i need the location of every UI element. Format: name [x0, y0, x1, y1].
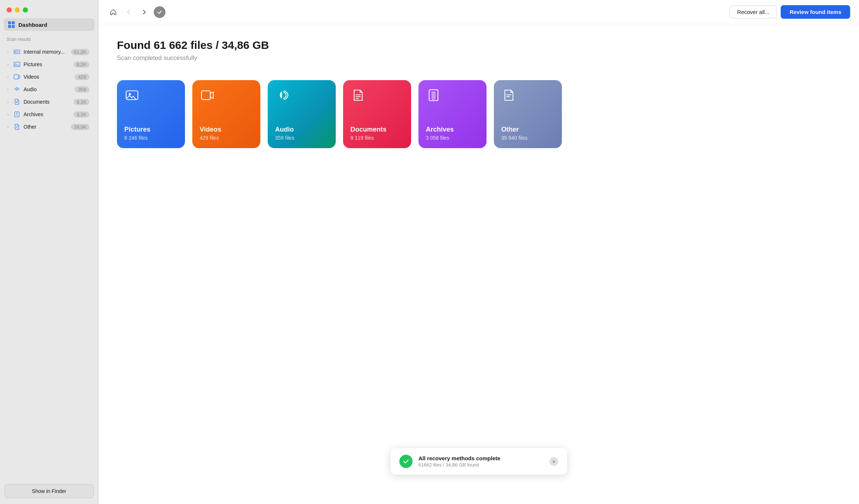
sidebar: Dashboard Scan results › Internal memory… [0, 0, 99, 504]
audio-card-icon [276, 88, 290, 106]
dashboard-button[interactable]: Dashboard [4, 18, 95, 31]
category-card-videos[interactable]: Videos 429 files [192, 80, 260, 148]
category-card-audio[interactable]: Audio 359 files [268, 80, 336, 148]
sidebar-item-videos-label: Videos [24, 74, 75, 80]
sidebar-item-audio-count: 359 [75, 86, 89, 93]
main-content: Recover all... Review found items Found … [99, 0, 859, 504]
forward-button[interactable] [138, 6, 150, 18]
toolbar: Recover all... Review found items [99, 0, 859, 24]
pictures-card-count: 8 246 files [124, 135, 178, 141]
scan-status-subtitle: Scan completed successfully [117, 54, 841, 62]
other-card-icon [502, 88, 516, 106]
sidebar-item-videos[interactable]: › Videos 429 [2, 71, 96, 83]
sidebar-item-pictures[interactable]: › Pictures 8,2K [2, 58, 96, 70]
toast-content: All recovery methods complete 61662 file… [418, 455, 543, 468]
audio-icon [13, 86, 21, 93]
sidebar-item-archives-count: 3,1K [74, 111, 89, 118]
svg-point-16 [129, 93, 131, 95]
toast-notification: All recovery methods complete 61662 file… [391, 448, 567, 475]
sidebar-item-audio-label: Audio [24, 86, 75, 92]
archives-icon [13, 111, 21, 118]
pictures-card-name: Pictures [124, 126, 178, 133]
home-button[interactable] [107, 6, 119, 18]
category-card-other[interactable]: Other 39 940 files [494, 80, 562, 148]
sidebar-item-pictures-label: Pictures [24, 61, 74, 67]
close-traffic-light[interactable] [7, 7, 12, 12]
documents-card-count: 9 119 files [350, 135, 404, 141]
sidebar-item-documents-label: Documents [24, 99, 74, 105]
check-status-icon [154, 6, 165, 18]
other-icon [13, 123, 21, 131]
sidebar-item-internal-memory[interactable]: › Internal memory... 61,2K [2, 46, 96, 58]
audio-card-count: 359 files [275, 135, 328, 141]
chevron-icon: › [7, 112, 12, 117]
category-grid: Pictures 8 246 files Videos 429 files [117, 80, 841, 148]
content-area: Found 61 662 files / 34,86 GB Scan compl… [99, 24, 859, 504]
svg-rect-6 [14, 75, 18, 79]
chevron-icon: › [7, 62, 12, 67]
chevron-icon: › [7, 87, 12, 92]
pictures-card-icon [125, 88, 139, 106]
show-in-finder-button[interactable]: Show in Finder [4, 484, 94, 498]
chevron-icon: › [7, 100, 12, 104]
audio-card-name: Audio [275, 126, 328, 133]
documents-icon [13, 98, 21, 106]
chevron-icon: › [7, 50, 12, 54]
sidebar-item-pictures-count: 8,2K [74, 61, 89, 68]
other-card-count: 39 940 files [501, 135, 555, 141]
sidebar-bottom: Show in Finder [0, 478, 98, 504]
internal-memory-icon [13, 48, 21, 56]
videos-card-name: Videos [200, 126, 253, 133]
sidebar-item-internal-memory-count: 61,2K [71, 49, 89, 55]
sidebar-item-other[interactable]: › Other 39,9K [2, 121, 96, 133]
pictures-icon [13, 61, 21, 68]
toast-close-button[interactable]: × [549, 457, 558, 466]
videos-card-icon [200, 88, 214, 106]
svg-rect-3 [18, 51, 18, 53]
svg-point-5 [15, 63, 17, 64]
sidebar-item-archives-label: Archives [24, 111, 74, 117]
sidebar-item-documents[interactable]: › Documents 9,1K [2, 96, 96, 108]
archives-card-name: Archives [426, 126, 479, 133]
chevron-icon: › [7, 75, 12, 79]
review-found-items-button[interactable]: Review found items [781, 5, 850, 19]
sidebar-item-archives[interactable]: › Archives 3,1K [2, 108, 96, 120]
toast-check-icon [399, 455, 413, 468]
svg-rect-1 [15, 51, 16, 53]
documents-card-icon [351, 88, 365, 106]
documents-card-name: Documents [350, 126, 404, 133]
sidebar-item-other-label: Other [24, 124, 71, 130]
fullscreen-traffic-light[interactable] [23, 7, 28, 12]
recover-all-button[interactable]: Recover all... [730, 6, 777, 18]
dashboard-label: Dashboard [18, 22, 47, 28]
scan-results-label: Scan results [0, 37, 98, 46]
toast-subtitle: 61662 files / 34,86 GB found [418, 462, 543, 468]
minimize-traffic-light[interactable] [15, 7, 20, 12]
svg-rect-9 [15, 112, 19, 117]
category-card-archives[interactable]: Archives 3 058 files [418, 80, 486, 148]
toast-title: All recovery methods complete [418, 455, 543, 461]
traffic-lights [0, 0, 98, 18]
sidebar-item-other-count: 39,9K [71, 124, 89, 130]
found-files-title: Found 61 662 files / 34,86 GB [117, 39, 841, 51]
svg-rect-15 [126, 91, 138, 100]
category-card-pictures[interactable]: Pictures 8 246 files [117, 80, 185, 148]
category-card-documents[interactable]: Documents 9 119 files [343, 80, 411, 148]
sidebar-item-videos-count: 429 [75, 74, 89, 80]
sidebar-item-audio[interactable]: › Audio 359 [2, 83, 96, 95]
svg-rect-2 [17, 51, 17, 53]
sidebar-item-documents-count: 9,1K [74, 99, 89, 105]
videos-card-count: 429 files [200, 135, 253, 141]
svg-rect-17 [202, 91, 210, 100]
archives-card-icon [427, 88, 441, 106]
svg-rect-25 [432, 97, 435, 99]
other-card-name: Other [501, 126, 555, 133]
archives-card-count: 3 058 files [426, 135, 479, 141]
sidebar-item-internal-memory-label: Internal memory... [24, 49, 71, 55]
back-button[interactable] [123, 6, 135, 18]
chevron-icon: › [7, 125, 12, 129]
dashboard-icon [8, 21, 15, 28]
videos-icon [13, 73, 21, 81]
